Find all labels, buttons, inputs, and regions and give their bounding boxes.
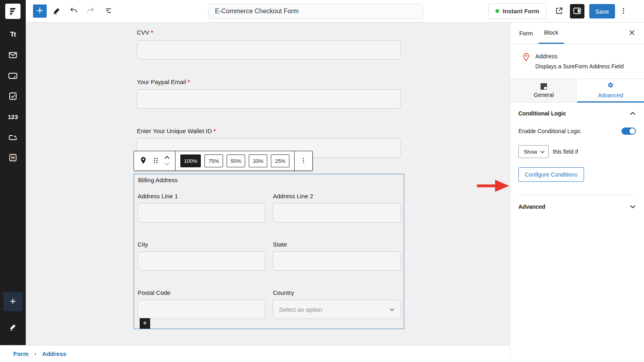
address-line-1-input[interactable]: [138, 203, 265, 222]
plus-icon: [8, 297, 17, 307]
required-asterisk: *: [188, 78, 190, 85]
block-title: Address: [535, 52, 623, 60]
city-input[interactable]: [138, 251, 265, 271]
tab-form[interactable]: Form: [514, 23, 539, 44]
condition-rule-row: Show this field if: [518, 145, 636, 158]
preview-button[interactable]: [552, 4, 566, 18]
postal-code-input[interactable]: [138, 300, 265, 319]
field-label: City: [138, 241, 265, 248]
redo-icon: [86, 6, 95, 16]
pencil-icon: [52, 6, 61, 16]
email-field-icon[interactable]: [8, 50, 18, 60]
edit-pencil-button[interactable]: [7, 322, 19, 333]
advanced-section-header[interactable]: Advanced: [518, 195, 636, 218]
tab-advanced[interactable]: Advanced: [577, 79, 644, 103]
edit-tool-button[interactable]: [50, 4, 64, 18]
width-50-button[interactable]: 50%: [227, 154, 245, 167]
field-label: Country: [273, 289, 401, 296]
enable-conditional-logic-toggle[interactable]: [621, 128, 636, 135]
toggle-settings-sidebar-button[interactable]: [570, 4, 584, 19]
input-field-icon[interactable]: [8, 71, 18, 80]
field-label: Postal Code: [138, 289, 265, 296]
pencil-icon: [8, 323, 17, 333]
breadcrumb-separator: ›: [35, 351, 36, 357]
drag-handle[interactable]: [153, 157, 159, 165]
block-options-button[interactable]: [299, 156, 308, 166]
paypal-email-input[interactable]: [137, 89, 400, 109]
more-options-button[interactable]: [617, 4, 630, 18]
external-link-icon: [555, 6, 564, 16]
tab-general[interactable]: General: [510, 79, 577, 103]
app-logo[interactable]: [0, 0, 26, 23]
status-dot-icon: [495, 9, 499, 13]
block-inserter-button[interactable]: [140, 318, 150, 329]
show-action-select[interactable]: Show: [518, 145, 549, 158]
configure-conditions-button[interactable]: Configure Conditions: [518, 167, 584, 182]
breadcrumb: Form › Address: [0, 345, 510, 362]
field-label: CVV*: [137, 29, 153, 36]
add-field-button[interactable]: [3, 292, 23, 311]
address-line-2-input[interactable]: [273, 203, 401, 222]
billing-address-block[interactable]: Billing Address Address Line 1 Address L…: [134, 174, 404, 329]
block-inserter-toggle-button[interactable]: [33, 4, 47, 18]
list-view-icon: [103, 6, 113, 17]
form-builder-app: Instant Form Save Tt 123: [0, 0, 644, 362]
cvv-input[interactable]: [137, 40, 400, 60]
move-up-button[interactable]: [164, 155, 170, 161]
billing-block-title: Billing Address: [138, 177, 178, 183]
form-canvas: CVV* Your Paypal Email* Enter Your Uniqu…: [26, 23, 510, 345]
country-select[interactable]: Select an option: [273, 300, 401, 319]
number-field-icon[interactable]: 123: [8, 112, 18, 121]
condition-text: this field if: [553, 148, 578, 155]
conditional-logic-header[interactable]: Conditional Logic: [518, 103, 636, 124]
width-25-button[interactable]: 25%: [271, 154, 289, 167]
address-pin-icon: [522, 52, 530, 70]
field-label: State: [273, 241, 401, 248]
plus-icon: [142, 320, 148, 327]
text-field-icon[interactable]: Tt: [8, 30, 18, 39]
conditional-logic-section: Conditional Logic Enable Conditional Log…: [510, 103, 644, 218]
settings-sidebar: Form Block Address Displays a SureForm A…: [510, 23, 644, 362]
block-toolbar: 100% 75% 50% 33% 25%: [134, 151, 313, 171]
drag-dots-icon: [153, 157, 159, 165]
svg-text:H: H: [11, 155, 14, 160]
form-title-input[interactable]: [208, 4, 423, 19]
breadcrumb-form-link[interactable]: Form: [13, 350, 29, 357]
plus-icon: [35, 6, 45, 16]
chevron-up-icon: [630, 110, 636, 117]
toggle-knob: [630, 128, 635, 134]
breadcrumb-address-link[interactable]: Address: [42, 350, 66, 357]
enable-conditional-logic-row: Enable Conditional Logic: [518, 128, 636, 135]
move-down-button[interactable]: [164, 161, 170, 167]
block-icon: [541, 83, 547, 90]
checkbox-field-icon[interactable]: [8, 91, 18, 101]
width-100-button[interactable]: 100%: [180, 154, 201, 167]
field-label: Enter Your Unique Wallet ID*: [137, 128, 216, 134]
close-icon: [629, 29, 635, 37]
kebab-icon: [299, 156, 308, 166]
instant-form-label: Instant Form: [503, 8, 539, 14]
save-button[interactable]: Save: [589, 4, 615, 19]
block-description: Displays a SureForm Address Field: [535, 63, 623, 70]
instant-form-button[interactable]: Instant Form: [488, 3, 547, 19]
select-placeholder: Select an option: [279, 306, 322, 313]
state-input[interactable]: [273, 251, 401, 271]
heading-field-icon[interactable]: H: [8, 153, 18, 162]
redo-button[interactable]: [84, 4, 97, 18]
chevron-down-icon: [630, 204, 636, 210]
chevron-up-icon: [164, 155, 170, 161]
sureforms-logo-icon: [5, 4, 21, 19]
address-block-type-button[interactable]: [139, 156, 148, 166]
undo-button[interactable]: [67, 4, 80, 18]
width-33-button[interactable]: 33%: [249, 154, 267, 167]
width-75-button[interactable]: 75%: [204, 154, 223, 167]
list-view-button[interactable]: [101, 4, 115, 18]
close-sidebar-button[interactable]: [623, 23, 641, 44]
dropdown-field-icon[interactable]: [8, 132, 18, 142]
field-label: Address Line 2: [273, 193, 401, 200]
tab-block[interactable]: Block: [539, 23, 564, 44]
field-label: Your Paypal Email*: [137, 78, 190, 85]
gear-icon: [607, 82, 614, 90]
sidebar-tabs: Form Block: [510, 23, 644, 44]
block-info-card: Address Displays a SureForm Address Fiel…: [510, 44, 644, 78]
